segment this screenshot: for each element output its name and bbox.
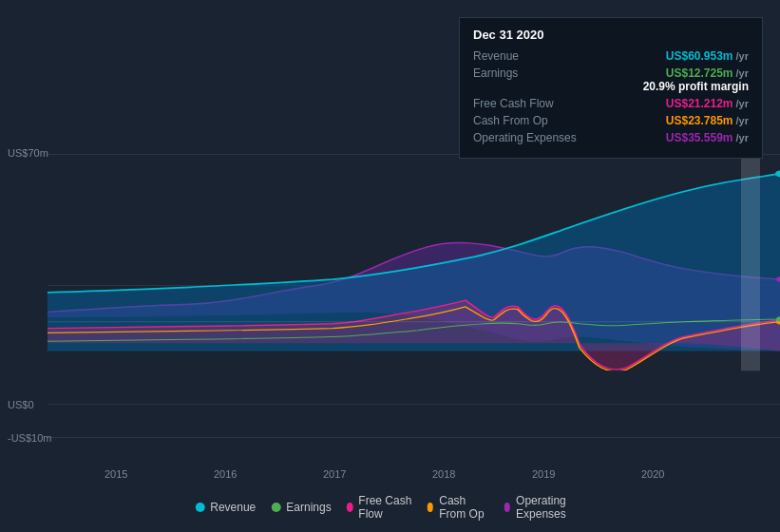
legend-label-opex: Operating Expenses bbox=[516, 494, 585, 521]
legend-dot-revenue bbox=[195, 503, 204, 512]
tooltip-label-fcf: Free Cash Flow bbox=[473, 97, 597, 110]
legend-label-fcf: Free Cash Flow bbox=[358, 494, 411, 521]
tooltip-panel: Dec 31 2020 Revenue US$60.953m/yr Earnin… bbox=[459, 17, 763, 159]
tooltip-row-fcf: Free Cash Flow US$21.212m/yr bbox=[473, 97, 749, 110]
tooltip-row-cashop: Cash From Op US$23.785m/yr bbox=[473, 114, 749, 127]
legend-dot-cashop bbox=[428, 503, 434, 512]
profit-margin-label: 20.9% profit margin bbox=[643, 80, 749, 93]
tooltip-date: Dec 31 2020 bbox=[473, 28, 749, 42]
legend-item-fcf[interactable]: Free Cash Flow bbox=[347, 494, 412, 521]
tooltip-value-opex: US$35.559m/yr bbox=[666, 131, 749, 144]
legend-item-earnings[interactable]: Earnings bbox=[271, 501, 331, 514]
chart-svg bbox=[0, 142, 780, 475]
legend-item-opex[interactable]: Operating Expenses bbox=[504, 494, 584, 521]
legend-dot-earnings bbox=[271, 503, 280, 512]
tooltip-row-earnings: Earnings US$12.725m/yr 20.9% profit marg… bbox=[473, 66, 749, 93]
tooltip-value-earnings: US$12.725m/yr bbox=[666, 66, 749, 80]
tooltip-label-earnings: Earnings bbox=[473, 66, 597, 80]
tooltip-row-opex: Operating Expenses US$35.559m/yr bbox=[473, 131, 749, 144]
legend-dot-opex bbox=[504, 503, 510, 512]
legend-label-cashop: Cash From Op bbox=[439, 494, 488, 521]
tooltip-value-cashop: US$23.785m/yr bbox=[666, 114, 749, 127]
tooltip-row-revenue: Revenue US$60.953m/yr bbox=[473, 49, 749, 63]
chart-legend: Revenue Earnings Free Cash Flow Cash Fro… bbox=[195, 494, 585, 521]
tooltip-value-fcf: US$21.212m/yr bbox=[666, 97, 749, 110]
legend-dot-fcf bbox=[347, 503, 353, 512]
tooltip-label-opex: Operating Expenses bbox=[473, 131, 597, 144]
legend-label-earnings: Earnings bbox=[286, 501, 331, 514]
tooltip-label-revenue: Revenue bbox=[473, 49, 597, 63]
legend-label-revenue: Revenue bbox=[210, 501, 256, 514]
legend-item-revenue[interactable]: Revenue bbox=[195, 501, 256, 514]
legend-item-cashop[interactable]: Cash From Op bbox=[428, 494, 489, 521]
tooltip-label-cashop: Cash From Op bbox=[473, 114, 597, 127]
tooltip-value-revenue: US$60.953m/yr bbox=[666, 49, 749, 63]
